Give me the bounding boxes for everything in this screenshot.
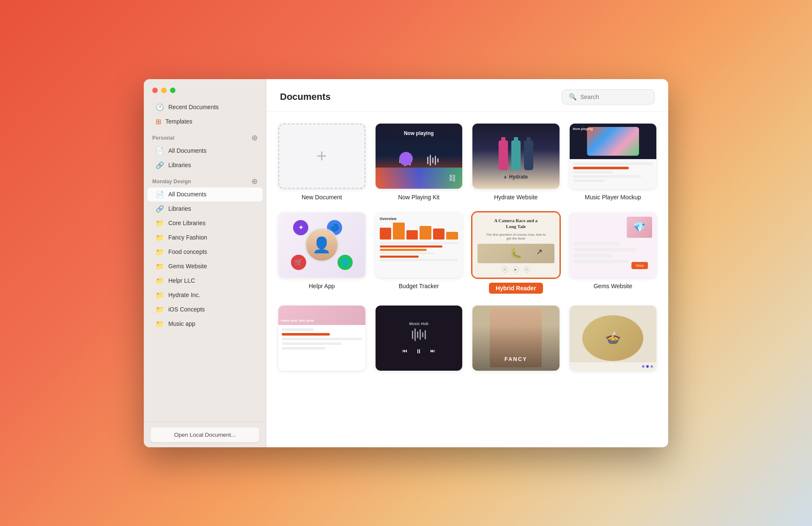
- sidebar-item-food-concepts[interactable]: 📁 Food concepts: [147, 245, 263, 259]
- helpr-icon-star: ✦: [293, 220, 308, 235]
- gems-row-1: [574, 242, 621, 245]
- hybrid-title: A Camera Race and aLong Tale: [477, 218, 554, 230]
- hydrate-diamond-icon: ♦: [504, 173, 507, 180]
- thumbnail-budget-tracker: Overview: [376, 212, 463, 278]
- recent-documents-icon: 🕐: [156, 103, 164, 111]
- document-card-helpr-app[interactable]: ✦ 👤 🔵 🌐 🛒 Helpr App: [278, 212, 365, 294]
- gems-row-4: [574, 260, 629, 263]
- thumbnail-new-document: +: [278, 124, 365, 189]
- music-row-1: [573, 162, 653, 165]
- pw-row-accent: [282, 333, 330, 336]
- sidebar-item-hydrate-inc[interactable]: 📁 Hydrate Inc.: [147, 288, 263, 302]
- sidebar-item-ios-concepts[interactable]: 📁 iOS Concepts: [147, 303, 263, 317]
- sidebar-item-templates[interactable]: ⊞ Templates: [147, 115, 263, 129]
- main-window: 🕐 Recent Documents ⊞ Templates Personal …: [144, 79, 668, 447]
- partial-website-header: make your skin glow: [278, 306, 365, 325]
- music-row-3: [573, 175, 641, 178]
- templates-label: Templates: [165, 118, 192, 125]
- document-card-now-playing-kit[interactable]: Now playing: [376, 124, 463, 201]
- helpr-avatar: 👤: [305, 228, 339, 262]
- personal-add-button[interactable]: ⊕: [251, 134, 258, 142]
- document-card-hydrate-website[interactable]: ♦ Hydrate Hydrate Website: [472, 124, 560, 201]
- monday-label: Monday Design: [152, 179, 191, 185]
- personal-label: Personal: [152, 135, 175, 141]
- all-documents-personal-label: All Documents: [168, 147, 206, 154]
- food-concepts-icon: 📁: [156, 248, 164, 256]
- search-input[interactable]: [580, 94, 647, 100]
- ios-concepts-label: iOS Concepts: [168, 306, 205, 313]
- music-ctrl-prev: ⏮: [402, 348, 407, 355]
- partial-website-layout: make your skin glow: [278, 306, 365, 371]
- music-row-accent: [573, 167, 629, 169]
- monday-add-button[interactable]: ⊕: [251, 178, 258, 185]
- partial-website-body: [278, 325, 365, 371]
- music-player-now-playing-text: Now playing: [573, 127, 593, 131]
- partial-website-tagline: make your skin glow: [281, 319, 314, 322]
- hybrid-ctrl-1: ↺: [502, 267, 508, 273]
- document-card-music-player-mockup[interactable]: Now playing Music Player Mockup: [570, 124, 657, 201]
- gems-row-3: [574, 254, 613, 257]
- thumbnail-food-partial: 🍲: [570, 306, 657, 371]
- document-card-budget-tracker[interactable]: Overview: [376, 212, 463, 294]
- document-card-hybrid-reader[interactable]: A Camera Race and aLong Tale The first q…: [472, 212, 560, 294]
- food-dot-3: [650, 365, 653, 368]
- libraries-monday-label: Libraries: [168, 205, 191, 212]
- sidebar-item-all-documents-monday[interactable]: 📄 All Documents: [147, 187, 263, 201]
- document-card-fancy-partial[interactable]: FANCY: [472, 306, 560, 376]
- budget-row-3: [380, 256, 419, 258]
- sidebar-item-libraries-monday[interactable]: 🔗 Libraries: [147, 202, 263, 216]
- close-button[interactable]: [152, 88, 158, 93]
- chain-icon: ⛓: [449, 174, 456, 183]
- bottle-dark: [524, 140, 533, 170]
- gems-thumbnail-image: 💎: [627, 217, 652, 238]
- sidebar-item-fancy-fashion[interactable]: 📁 Fancy Fashion: [147, 231, 263, 245]
- sidebar-item-music-app[interactable]: 📁 Music app: [147, 317, 263, 331]
- document-card-website-partial[interactable]: make your skin glow: [278, 306, 365, 376]
- thumbnail-now-playing-kit: Now playing: [376, 124, 463, 189]
- gems-content: [574, 242, 653, 263]
- budget-chart: [380, 223, 458, 240]
- pw-row-2: [282, 338, 362, 340]
- food-bottom-bar: [570, 362, 657, 371]
- gems-website-label: Gems Website: [168, 263, 207, 270]
- music-partial-waveform: [412, 328, 426, 341]
- sidebar-item-all-documents-personal[interactable]: 📄 All Documents: [147, 144, 263, 158]
- sidebar-item-libraries-personal[interactable]: 🔗 Libraries: [147, 158, 263, 172]
- helpr-icon-cart: 🛒: [291, 255, 306, 270]
- maximize-button[interactable]: [170, 88, 176, 93]
- sidebar-item-helpr-llc[interactable]: 📁 Helpr LLC: [147, 274, 263, 288]
- minimize-button[interactable]: [161, 88, 167, 93]
- hybrid-ctrl-play: ▶: [513, 267, 519, 273]
- document-card-new-document[interactable]: + New Document: [278, 124, 365, 201]
- libraries-personal-label: Libraries: [168, 162, 191, 168]
- hydrate-bottles: [499, 140, 533, 170]
- thumbnail-music-player-mockup: Now playing: [570, 124, 657, 189]
- core-libraries-icon: 📁: [156, 219, 164, 227]
- main-content: Documents 🔍 + New Document Now playing: [266, 79, 668, 447]
- sidebar-item-core-libraries[interactable]: 📁 Core Libraries: [147, 216, 263, 230]
- music-row-2: [573, 171, 613, 173]
- page-title: Documents: [280, 91, 331, 102]
- music-row-4: [573, 179, 605, 182]
- doc-label-music-player-mockup: Music Player Mockup: [585, 194, 641, 201]
- document-card-music-partial[interactable]: Music Hub ⏮ ⏸ ⏭: [376, 306, 463, 376]
- sidebar-item-recent-documents[interactable]: 🕐 Recent Documents: [147, 100, 263, 114]
- gems-row-2: [574, 248, 636, 251]
- budget-rows: [380, 242, 458, 261]
- search-box[interactable]: 🔍: [562, 89, 655, 105]
- waveform: [399, 154, 439, 166]
- document-card-gems-website[interactable]: 💎 Shop Gems Website: [570, 212, 657, 294]
- document-card-food-partial[interactable]: 🍲: [570, 306, 657, 376]
- music-partial-text: Music Hub: [409, 322, 428, 326]
- fancy-fashion-label: Fancy Fashion: [168, 234, 207, 241]
- food-concepts-label: Food concepts: [168, 248, 207, 255]
- open-local-button[interactable]: Open Local Document...: [151, 427, 259, 442]
- sidebar-item-gems-website[interactable]: 📁 Gems Website: [147, 259, 263, 273]
- gems-cta-button: Shop: [631, 262, 648, 269]
- thumbnail-fancy-partial: FANCY: [472, 306, 560, 371]
- music-player-colorful: [587, 127, 639, 156]
- thumbnail-website-partial: make your skin glow: [278, 306, 365, 371]
- music-app-label: Music app: [168, 320, 195, 327]
- pw-row-4: [282, 347, 326, 350]
- music-player-top: Now playing: [570, 124, 657, 160]
